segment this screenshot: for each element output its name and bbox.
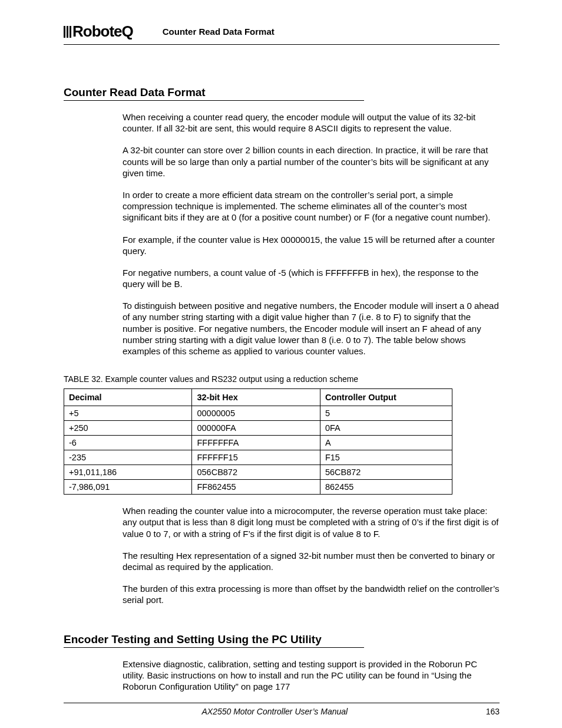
table-row: -7,986,091 FF862455 862455 — [64, 480, 452, 495]
table-cell: 862455 — [320, 480, 452, 495]
table-row: -6 FFFFFFFA A — [64, 436, 452, 450]
logo: RoboteQ — [64, 22, 133, 41]
logo-text: RoboteQ — [72, 22, 133, 41]
table-cell: +5 — [64, 406, 192, 421]
table-cell: 56CB872 — [320, 465, 452, 480]
table-header-output: Controller Output — [320, 389, 452, 406]
after-table-body: When reading the counter value into a mi… — [123, 505, 500, 605]
table-header-row: Decimal 32-bit Hex Controller Output — [64, 389, 452, 406]
section-title-encoder-testing: Encoder Testing and Setting Using the PC… — [64, 633, 364, 648]
paragraph: A 32-bit counter can store over 2 billio… — [123, 144, 500, 179]
paragraph: When receiving a counter read query, the… — [123, 111, 500, 134]
logo-bars-icon — [64, 26, 71, 38]
table-cell: 000000FA — [192, 421, 320, 436]
page-header: RoboteQ Counter Read Data Format — [64, 22, 500, 45]
table-cell: -235 — [64, 450, 192, 465]
table-row: +91,011,186 056CB872 56CB872 — [64, 465, 452, 480]
paragraph: For example, if the counter value is Hex… — [123, 234, 500, 256]
paragraph: To distinguish between positive and nega… — [123, 300, 500, 357]
section1-body: When receiving a counter read query, the… — [123, 111, 500, 357]
table-row: -235 FFFFFF15 F15 — [64, 450, 452, 465]
paragraph: In order to create a more efficient data… — [123, 189, 500, 223]
paragraph: The burden of this extra processing is m… — [123, 583, 500, 605]
table-cell: 5 — [320, 406, 452, 421]
page-footer: AX2550 Motor Controller User’s Manual 16… — [64, 703, 500, 716]
paragraph: The resulting Hex representation of a si… — [123, 550, 500, 572]
table-row: +5 00000005 5 — [64, 406, 452, 421]
paragraph: For negative numbers, a count value of -… — [123, 267, 500, 289]
footer-doc-title: AX2550 Motor Controller User’s Manual — [201, 707, 348, 716]
table-caption-label: TABLE 32. — [64, 374, 105, 384]
table-cell: +91,011,186 — [64, 465, 192, 480]
running-header-title: Counter Read Data Format — [163, 27, 275, 37]
table-cell: A — [320, 436, 452, 450]
table-row: +250 000000FA 0FA — [64, 421, 452, 436]
table-header-decimal: Decimal — [64, 389, 192, 406]
example-counter-table: Decimal 32-bit Hex Controller Output +5 … — [64, 388, 452, 495]
table-cell: F15 — [320, 450, 452, 465]
table-cell: 0FA — [320, 421, 452, 436]
table-caption: TABLE 32. Example counter values and RS2… — [64, 374, 500, 384]
paragraph: Extensive diagnostic, calibration, setti… — [123, 658, 500, 693]
section2-body: Extensive diagnostic, calibration, setti… — [123, 658, 500, 693]
table-cell: 056CB872 — [192, 465, 320, 480]
section-title-counter-read: Counter Read Data Format — [64, 86, 364, 101]
table-cell: FFFFFFFA — [192, 436, 320, 450]
table-cell: FFFFFF15 — [192, 450, 320, 465]
table-cell: -7,986,091 — [64, 480, 192, 495]
table-cell: -6 — [64, 436, 192, 450]
table-cell: FF862455 — [192, 480, 320, 495]
table-cell: 00000005 — [192, 406, 320, 421]
table-cell: +250 — [64, 421, 192, 436]
table-caption-text: Example counter values and RS232 output … — [105, 374, 359, 384]
paragraph: When reading the counter value into a mi… — [123, 505, 500, 539]
page-content: RoboteQ Counter Read Data Format Counter… — [64, 22, 500, 692]
table-header-hex: 32-bit Hex — [192, 389, 320, 406]
footer-page-number: 163 — [486, 707, 500, 716]
